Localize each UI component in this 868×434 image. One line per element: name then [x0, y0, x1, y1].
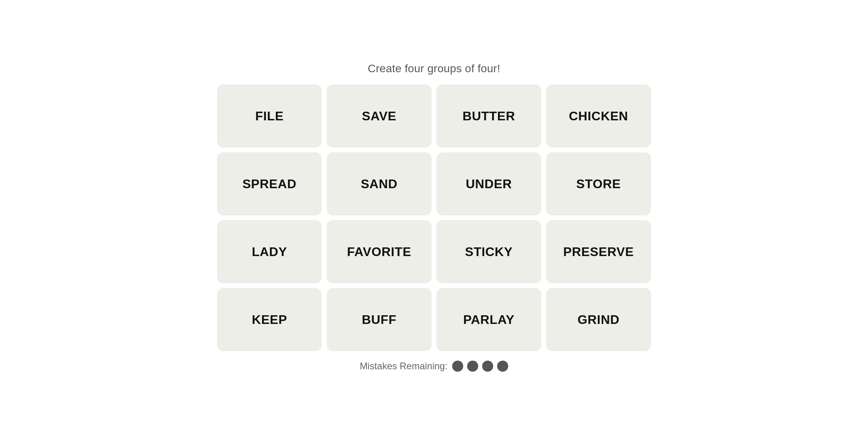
word-label-keep: KEEP	[252, 312, 287, 327]
word-card-store[interactable]: STORE	[546, 152, 651, 215]
word-label-store: STORE	[576, 177, 621, 191]
word-label-grind: GRIND	[578, 312, 619, 327]
game-container: Create four groups of four! FILESAVEBUTT…	[217, 62, 651, 372]
word-label-parlay: PARLAY	[463, 312, 514, 327]
word-card-under[interactable]: UNDER	[436, 152, 541, 215]
word-card-file[interactable]: FILE	[217, 84, 322, 148]
word-card-grind[interactable]: GRIND	[546, 288, 651, 351]
game-subtitle: Create four groups of four!	[368, 62, 500, 75]
mistake-dot-2	[467, 361, 478, 372]
word-card-save[interactable]: SAVE	[327, 84, 432, 148]
mistakes-label: Mistakes Remaining:	[360, 361, 448, 372]
word-label-under: UNDER	[466, 177, 512, 191]
word-grid: FILESAVEBUTTERCHICKENSPREADSANDUNDERSTOR…	[217, 84, 651, 351]
word-label-sand: SAND	[361, 177, 397, 191]
word-card-sticky[interactable]: STICKY	[436, 220, 541, 283]
mistakes-row: Mistakes Remaining:	[360, 361, 509, 372]
word-label-file: FILE	[255, 109, 284, 123]
word-label-lady: LADY	[252, 245, 287, 259]
word-label-chicken: CHICKEN	[569, 109, 628, 123]
word-card-keep[interactable]: KEEP	[217, 288, 322, 351]
mistake-dot-4	[497, 361, 508, 372]
word-label-butter: BUTTER	[462, 109, 515, 123]
word-card-butter[interactable]: BUTTER	[436, 84, 541, 148]
word-label-preserve: PRESERVE	[563, 245, 634, 259]
word-card-parlay[interactable]: PARLAY	[436, 288, 541, 351]
word-card-chicken[interactable]: CHICKEN	[546, 84, 651, 148]
mistakes-dots	[452, 361, 508, 372]
word-card-lady[interactable]: LADY	[217, 220, 322, 283]
word-label-save: SAVE	[362, 109, 396, 123]
mistake-dot-3	[482, 361, 493, 372]
word-card-sand[interactable]: SAND	[327, 152, 432, 215]
word-card-buff[interactable]: BUFF	[327, 288, 432, 351]
word-label-buff: BUFF	[362, 312, 397, 327]
word-label-favorite: FAVORITE	[347, 245, 412, 259]
word-card-favorite[interactable]: FAVORITE	[327, 220, 432, 283]
word-label-sticky: STICKY	[465, 245, 513, 259]
mistake-dot-1	[452, 361, 463, 372]
word-card-spread[interactable]: SPREAD	[217, 152, 322, 215]
word-label-spread: SPREAD	[242, 177, 296, 191]
word-card-preserve[interactable]: PRESERVE	[546, 220, 651, 283]
